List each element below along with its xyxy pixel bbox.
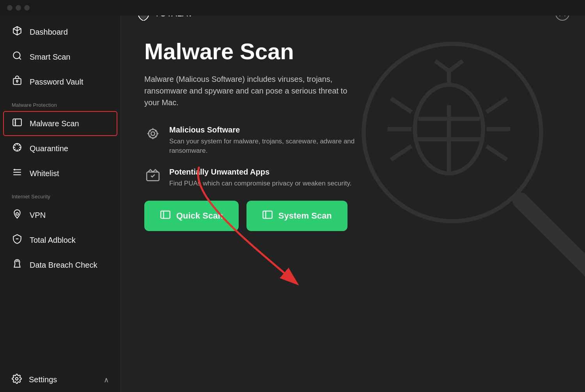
sidebar-item-dashboard[interactable]: Dashboard [0, 19, 121, 44]
pua-icon [144, 168, 161, 186]
quick-scan-button[interactable]: Quick Scan [144, 201, 239, 231]
settings-icon [12, 374, 22, 386]
close-button[interactable] [7, 5, 12, 11]
page-title: Malware Scan [144, 39, 562, 64]
smart-scan-icon [12, 51, 23, 63]
system-scan-button[interactable]: System Scan [246, 201, 347, 231]
sidebar-item-quarantine[interactable]: Quarantine [0, 136, 121, 161]
sidebar-item-adblock[interactable]: Total Adblock [0, 228, 121, 253]
maximize-button[interactable] [24, 5, 30, 11]
system-scan-icon [262, 209, 273, 222]
svg-point-10 [16, 213, 19, 215]
sidebar-item-vpn-label: VPN [30, 211, 46, 220]
malicious-software-desc: Scan your system for malware, trojans, s… [169, 137, 356, 155]
malicious-software-title: Malicious Software [169, 125, 356, 134]
svg-point-2 [16, 80, 18, 82]
quick-scan-label: Quick Scan [176, 211, 223, 221]
malicious-software-icon [144, 126, 161, 144]
sidebar-item-smart-scan[interactable]: Smart Scan [0, 44, 121, 69]
minimize-button[interactable] [16, 5, 21, 11]
quarantine-icon [12, 142, 23, 155]
pua-desc: Find PUAs which can compromise privacy o… [169, 179, 351, 188]
svg-rect-1 [13, 79, 21, 85]
svg-point-12 [16, 378, 18, 380]
sidebar-item-password-vault-label: Password Vault [30, 78, 83, 87]
pua-title: Potentially Unwanted Apps [169, 168, 351, 177]
section-label-internet: Internet Security [0, 186, 121, 203]
system-scan-label: System Scan [278, 211, 332, 221]
sidebar-item-malware-scan[interactable]: Malware Scan [3, 111, 117, 136]
sidebar-item-settings[interactable]: Settings ∧ [0, 367, 121, 392]
sidebar-item-data-breach[interactable]: Data Breach Check [0, 253, 121, 277]
sidebar-item-malware-scan-label: Malware Scan [30, 119, 79, 128]
svg-rect-33 [263, 211, 272, 219]
sidebar-item-whitelist[interactable]: Whitelist [0, 161, 121, 186]
feature-pua: Potentially Unwanted Apps Find PUAs whic… [144, 168, 562, 188]
sidebar-item-adblock-label: Total Adblock [30, 236, 76, 245]
svg-point-29 [151, 132, 155, 136]
sidebar-item-smart-scan-label: Smart Scan [30, 53, 70, 62]
malware-scan-icon [12, 117, 23, 130]
window-chrome [0, 0, 585, 16]
svg-point-30 [149, 129, 157, 138]
sidebar-item-data-breach-label: Data Breach Check [30, 261, 97, 270]
scan-buttons: Quick Scan System Scan [144, 201, 562, 231]
feature-pua-text: Potentially Unwanted Apps Find PUAs whic… [169, 168, 351, 188]
sidebar-item-password-vault[interactable]: Password Vault [0, 69, 121, 94]
page-description: Malware (Malicous Software) includes vir… [144, 73, 363, 108]
dashboard-icon [12, 26, 23, 38]
whitelist-icon [12, 167, 23, 180]
vpn-icon [12, 209, 23, 221]
content-body: Malware Scan Malware (Malicous Software)… [121, 27, 585, 392]
sidebar: Dashboard Smart Scan Password Vault Malw… [0, 0, 121, 392]
sidebar-settings-label: Settings [29, 375, 57, 384]
quick-scan-icon [160, 209, 171, 222]
sidebar-item-quarantine-label: Quarantine [30, 144, 68, 153]
svg-rect-4 [13, 119, 21, 125]
settings-chevron-icon: ∧ [104, 376, 109, 384]
sidebar-item-whitelist-label: Whitelist [30, 169, 59, 178]
section-label-malware: Malware Protection [0, 94, 121, 111]
data-breach-icon [12, 259, 23, 271]
password-vault-icon [12, 76, 23, 88]
svg-point-0 [13, 52, 20, 58]
feature-malicious-software: Malicious Software Scan your system for … [144, 125, 562, 155]
svg-rect-32 [161, 211, 170, 219]
main-content: TOTALAV [121, 0, 585, 392]
sidebar-item-dashboard-label: Dashboard [30, 28, 68, 37]
feature-malicious-text: Malicious Software Scan your system for … [169, 125, 356, 155]
adblock-icon [12, 234, 23, 246]
sidebar-item-vpn[interactable]: VPN [0, 203, 121, 228]
